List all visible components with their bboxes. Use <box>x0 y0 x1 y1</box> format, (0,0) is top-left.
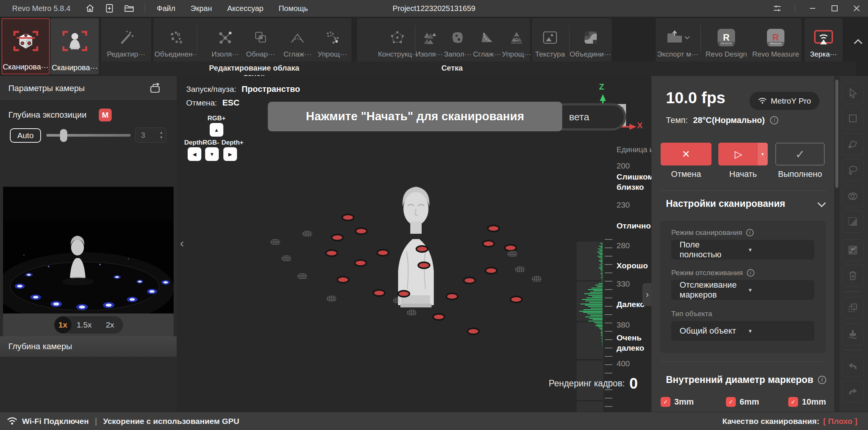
rgb-minus-button[interactable]: ▼ <box>205 147 219 161</box>
histogram-bar <box>600 261 602 262</box>
zoom-2x-button[interactable]: 2x <box>97 320 123 329</box>
zoom-1-5x-button[interactable]: 1.5x <box>71 320 97 329</box>
mesh-simplify-button[interactable]: Упрощ··· <box>500 18 534 61</box>
redo-button[interactable] <box>842 381 864 403</box>
export-model-button[interactable]: Экспорт м··· <box>656 18 699 61</box>
start-dropdown-segment[interactable]: ▾ <box>757 143 768 165</box>
scan-mode-info-icon[interactable]: i <box>746 229 754 236</box>
pointcloud-smooth-button[interactable]: Сглаж··· <box>278 18 316 61</box>
marker-diameter-info-icon[interactable]: i <box>818 376 826 384</box>
start-scan-toast: Нажмите "Начать" для сканирования <box>268 102 562 131</box>
tracking-mode-select[interactable]: Отслеживание маркеров ▼ <box>671 280 814 300</box>
maximize-button[interactable] <box>830 4 839 13</box>
mirror-screen-button[interactable]: Зерка··· <box>805 18 843 61</box>
edit-tool-button[interactable]: Редактир··· <box>107 18 145 61</box>
histogram-bar <box>599 257 602 258</box>
collapse-left-panel-handle[interactable]: ‹ <box>177 235 187 251</box>
rgb-plus-button[interactable]: ▲ <box>210 123 223 137</box>
invert-selection-tool[interactable] <box>842 239 864 261</box>
texture-button[interactable]: Текстура <box>533 18 568 61</box>
menu-accessory[interactable]: Аксессуар <box>227 4 263 13</box>
revo-measure-button[interactable]: R Measure Revo Measure <box>750 18 802 61</box>
scan-marker <box>432 313 445 321</box>
texture-image-icon <box>542 25 558 50</box>
scan-pointcloud-button[interactable]: Сканирова··· <box>2 18 50 74</box>
histogram-bar <box>593 319 602 320</box>
expand-scale-handle[interactable]: › <box>642 283 651 306</box>
lasso-select-tool[interactable] <box>842 159 864 181</box>
scan-bust-button[interactable]: Сканирова··· <box>51 18 99 74</box>
new-project-icon[interactable] <box>105 4 114 13</box>
menu-help[interactable]: Помощь <box>278 4 308 13</box>
tracking-mode-value: Отслеживание маркеров <box>680 280 740 300</box>
undo-button[interactable] <box>842 355 864 377</box>
pointcloud-merge-label: Объединен·· <box>155 50 198 58</box>
tracking-mode-info-icon[interactable]: i <box>747 269 754 277</box>
close-button[interactable] <box>852 4 861 13</box>
histogram-bar <box>602 279 602 280</box>
scan-mode-select[interactable]: Поле полностью ▼ <box>671 240 814 260</box>
depth-camera-band: Глубина камеры <box>0 336 177 357</box>
done-button[interactable]: ✓ <box>775 143 825 165</box>
zoom-1x-button[interactable]: 1x <box>55 317 71 333</box>
scan-marker <box>354 259 367 267</box>
depth-plus-button[interactable]: ▶ <box>223 147 237 161</box>
minimize-button[interactable] <box>808 4 817 13</box>
scrollbar-thumb[interactable] <box>835 80 838 188</box>
ribbon-collapse-chevron[interactable] <box>852 38 864 46</box>
hotkey-start-value: Пространство <box>242 84 300 94</box>
start-scan-button[interactable]: ▷ ▾ <box>718 143 768 165</box>
mesh-fill-label: Запол··· <box>444 50 472 58</box>
sphere-select-tool[interactable] <box>842 185 864 207</box>
invert-region-tool[interactable] <box>842 211 864 233</box>
menu-screen[interactable]: Экран <box>191 4 212 13</box>
pointcloud-detect-button[interactable]: Обнар··· <box>242 18 280 61</box>
exposure-value-stepper[interactable]: 3 ▲▼ <box>135 128 166 143</box>
home-icon[interactable] <box>85 4 95 13</box>
tune-settings-icon[interactable] <box>773 4 782 13</box>
pointcloud-merge-button[interactable]: Объединен·· <box>157 18 195 61</box>
cancel-scan-button[interactable]: ✕ <box>661 143 711 165</box>
histogram-bar <box>587 298 602 298</box>
revo-design-button[interactable]: R DESIGN Revo Design <box>700 18 752 61</box>
flip-view-icon[interactable] <box>149 83 161 94</box>
pointcloud-simplify-button[interactable]: Упрощ··· <box>313 18 351 61</box>
fps-indicator: 10.0 fps <box>666 89 725 107</box>
menu-file[interactable]: Файл <box>157 4 175 13</box>
manual-mode-badge[interactable]: M <box>99 109 112 121</box>
pointcloud-simplify-label: Упрощ··· <box>318 50 347 58</box>
marker-3mm-checkbox[interactable]: ✓ 3mm <box>661 397 694 407</box>
fill-holes-icon <box>450 25 465 50</box>
exposure-slider-track[interactable] <box>46 134 131 137</box>
open-folder-icon[interactable] <box>124 4 134 13</box>
paint-fill-tool[interactable] <box>842 323 864 345</box>
histogram-bar <box>585 305 602 306</box>
object-type-select[interactable]: Общий объект ▼ <box>671 321 814 341</box>
delete-selection-tool[interactable] <box>842 265 864 287</box>
scan-viewport[interactable]: Запуск/пауза: Пространство Отмена: ESC R… <box>177 76 651 412</box>
select-cursor-tool[interactable] <box>842 82 864 104</box>
depth-minus-button[interactable]: ◀ <box>188 147 201 161</box>
rgb-plus-label: RGB+ <box>199 115 234 122</box>
mesh-smooth-button[interactable]: Сглаж··· <box>470 18 504 61</box>
panel-scrollbar[interactable] <box>834 76 840 412</box>
auto-exposure-button[interactable]: Auto <box>10 128 41 143</box>
stepper-arrows[interactable]: ▲▼ <box>160 131 163 139</box>
marker-6mm-checkbox[interactable]: ✓ 6mm <box>726 397 759 407</box>
pointcloud-isolate-button[interactable]: Изоля··· <box>206 18 244 61</box>
polygon-select-tool[interactable] <box>842 133 864 155</box>
texture-merge-button[interactable]: Объедини··· <box>571 18 609 61</box>
mesh-construct-button[interactable]: Конструкц·· <box>380 18 414 61</box>
temp-info-icon[interactable]: i <box>770 116 778 124</box>
scan-marker <box>373 289 386 297</box>
settings-collapse-chevron[interactable] <box>817 201 827 208</box>
smooth-mesh-icon <box>479 25 495 50</box>
preview-zoom-bar: 1x 1.5x 2x <box>3 313 174 336</box>
rectangle-select-tool[interactable] <box>842 107 864 129</box>
exposure-slider-thumb[interactable] <box>60 129 67 142</box>
device-pill[interactable]: MetroY Pro <box>749 92 819 110</box>
duplicate-selection-tool[interactable] <box>842 297 864 319</box>
edit-tool-label: Редактир··· <box>107 50 145 58</box>
marker-10mm-checkbox[interactable]: ✓ 10mm <box>788 397 826 407</box>
histogram-bar <box>588 306 602 307</box>
